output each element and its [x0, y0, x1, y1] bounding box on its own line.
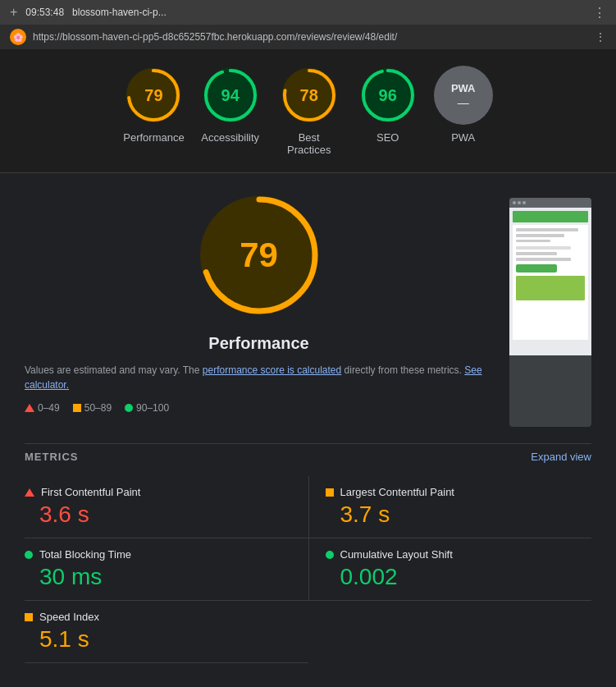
score-circle-accessibility: 94: [201, 66, 260, 125]
metric-fcp-value: 3.6 s: [39, 502, 292, 528]
perf-title: Performance: [25, 334, 493, 353]
performance-section: 79 Performance Values are estimated and …: [25, 190, 591, 427]
preview-content: [513, 225, 588, 340]
metric-cls-icon: [326, 551, 334, 559]
metric-lcp-name: Largest Contentful Paint: [340, 486, 454, 498]
metric-si-icon: [25, 613, 33, 621]
legend-triangle-icon: [25, 404, 34, 412]
address-menu-icon[interactable]: ⋮: [595, 30, 606, 44]
score-card-performance[interactable]: 79 Performance: [123, 66, 184, 156]
perf-desc-mid: directly from these metrics.: [341, 364, 464, 376]
divider-1: [25, 443, 591, 444]
score-card-pwa[interactable]: PWA — PWA: [434, 66, 493, 156]
metric-lcp-header: Largest Contentful Paint: [326, 486, 592, 498]
metric-si: Speed Index 5.1 s: [25, 601, 308, 663]
score-card-best-practices[interactable]: 78 Best Practices: [276, 66, 342, 156]
preview-body: [509, 208, 591, 355]
metric-cls-header: Cumulative Layout Shift: [326, 548, 592, 561]
score-label-accessibility: Accessibility: [201, 131, 259, 144]
browser-time: 09:53:48: [25, 7, 64, 18]
score-label-pwa: PWA: [451, 131, 475, 144]
perf-desc-text: Values are estimated and may vary. The: [25, 364, 203, 376]
score-circle-best-practices: 78: [280, 66, 339, 125]
preview-nav: [513, 211, 588, 222]
page-preview: [509, 198, 591, 427]
legend-item-green: 90–100: [125, 402, 169, 414]
preview-button: [516, 264, 557, 273]
legend-item-orange: 50–89: [73, 402, 112, 414]
metric-tbt: Total Blocking Time 30 ms: [25, 538, 308, 601]
new-tab-icon[interactable]: +: [10, 5, 17, 20]
score-card-seo[interactable]: 96 SEO: [358, 66, 418, 156]
score-label-best-practices: Best Practices: [276, 131, 342, 156]
metrics-grid: First Contentful Paint 3.6 s Largest Con…: [25, 476, 591, 663]
metrics-header: METRICS Expand view: [25, 451, 591, 463]
metric-lcp-icon: [326, 488, 334, 497]
metric-lcp-value: 3.7 s: [340, 502, 592, 528]
metric-cls-value: 0.002: [340, 564, 592, 590]
score-value-performance: 79: [144, 86, 162, 105]
preview-image: [516, 276, 585, 300]
pwa-label: PWA: [451, 82, 476, 94]
metric-si-name: Speed Index: [39, 611, 99, 623]
preview-bar: [509, 198, 591, 208]
pwa-dash: —: [458, 96, 469, 109]
preview-line-3: [516, 240, 550, 242]
metric-fcp-header: First Contentful Paint: [25, 486, 292, 498]
legend-range-green: 90–100: [136, 402, 169, 414]
metric-si-value: 5.1 s: [39, 626, 292, 653]
preview-line-6: [516, 258, 571, 261]
pwa-circle: PWA —: [434, 66, 493, 125]
legend: 0–49 50–89 90–100: [25, 402, 493, 414]
metric-tbt-icon: [25, 551, 33, 559]
preview-dot-1: [513, 201, 516, 204]
perf-description: Values are estimated and may vary. The p…: [25, 363, 493, 392]
perf-score-link[interactable]: performance score is calculated: [203, 364, 341, 376]
perf-left: 79 Performance Values are estimated and …: [25, 190, 493, 427]
metric-cls: Cumulative Layout Shift 0.002: [308, 538, 592, 601]
metric-cls-name: Cumulative Layout Shift: [340, 548, 453, 561]
metrics-title: METRICS: [25, 451, 79, 463]
metric-tbt-value: 30 ms: [39, 564, 292, 590]
legend-square-icon: [73, 404, 81, 412]
preview-line-4: [516, 246, 571, 250]
score-circle-performance: 79: [124, 66, 183, 125]
score-circle-seo: 96: [358, 66, 418, 125]
scores-section: 79 Performance 94 Accessibility 78 Best …: [0, 49, 616, 173]
score-value-seo: 96: [379, 86, 397, 105]
legend-circle-icon: [125, 404, 133, 412]
browser-menu-icon[interactable]: ⋮: [593, 5, 606, 21]
preview-line-5: [516, 252, 557, 255]
metric-fcp-icon: [25, 488, 34, 497]
address-bar: 🌸 https://blossom-haven-ci-pp5-d8c652557…: [0, 25, 616, 49]
title-bar: + 09:53:48 blossom-haven-ci-p... ⋮: [0, 0, 616, 25]
score-card-accessibility[interactable]: 94 Accessibility: [201, 66, 260, 156]
legend-range-orange: 50–89: [84, 402, 112, 414]
preview-line-2: [516, 234, 564, 237]
url-text[interactable]: https://blossom-haven-ci-pp5-d8c652557fb…: [33, 31, 397, 43]
main-content: 79 Performance Values are estimated and …: [0, 173, 616, 680]
metric-si-header: Speed Index: [25, 611, 292, 623]
score-value-best-practices: 78: [300, 86, 318, 105]
score-label-seo: SEO: [376, 131, 399, 144]
tab-title: blossom-haven-ci-p...: [72, 7, 167, 18]
preview-dot-2: [518, 201, 521, 204]
metric-fcp: First Contentful Paint 3.6 s: [25, 476, 308, 538]
site-icon: 🌸: [10, 29, 26, 45]
legend-item-red: 0–49: [25, 402, 60, 414]
metric-tbt-name: Total Blocking Time: [39, 548, 131, 561]
metric-tbt-header: Total Blocking Time: [25, 548, 292, 561]
big-score-value: 79: [240, 236, 278, 275]
preview-line-1: [516, 228, 578, 231]
preview-dot-3: [522, 201, 526, 204]
metric-fcp-name: First Contentful Paint: [41, 486, 140, 498]
score-label-performance: Performance: [123, 131, 184, 144]
expand-view-button[interactable]: Expand view: [531, 451, 591, 463]
browser-chrome: + 09:53:48 blossom-haven-ci-p... ⋮ 🌸 htt…: [0, 0, 616, 49]
metric-lcp: Largest Contentful Paint 3.7 s: [308, 476, 592, 538]
legend-range-red: 0–49: [38, 402, 60, 414]
score-value-accessibility: 94: [221, 86, 240, 105]
big-score-circle: 79: [194, 190, 325, 321]
